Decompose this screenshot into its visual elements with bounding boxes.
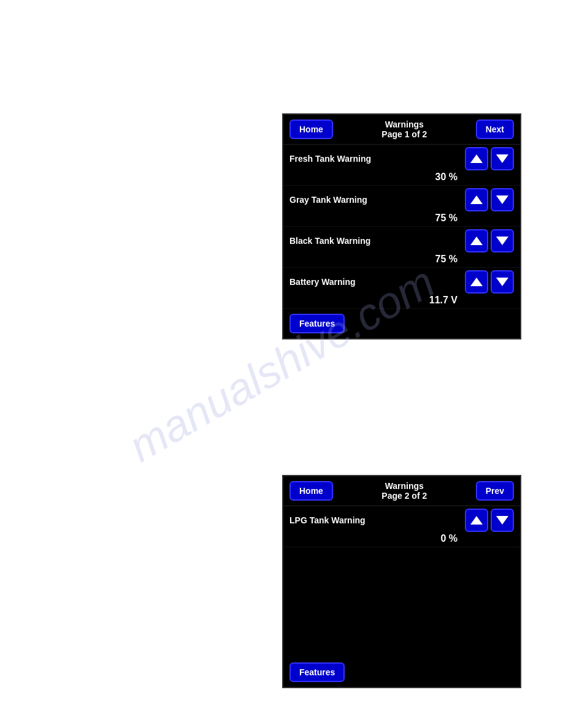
down-arrow-icon [496, 195, 508, 204]
panel1-title: Warnings Page 1 of 2 [333, 119, 476, 139]
up-arrow-icon [470, 154, 483, 163]
up-arrow-icon [470, 278, 483, 286]
panel1-home-button[interactable]: Home [289, 119, 333, 139]
panel1-features-button[interactable]: Features [289, 314, 345, 333]
battery-controls [465, 270, 514, 294]
fresh-tank-up-button[interactable] [465, 147, 488, 170]
panel2-footer: Features [283, 658, 520, 687]
black-tank-value: 75 % [415, 254, 458, 265]
gray-tank-up-button[interactable] [465, 188, 488, 211]
panel1-footer: Features [283, 309, 520, 338]
lpg-tank-value: 0 % [415, 533, 458, 544]
down-arrow-icon [496, 154, 508, 163]
fresh-tank-down-button[interactable] [491, 147, 514, 170]
up-arrow-icon [470, 195, 483, 204]
warning-row-gray: Gray Tank Warning 75 % [283, 186, 520, 227]
lpg-tank-label: LPG Tank Warning [289, 515, 465, 525]
lpg-tank-controls [465, 509, 514, 532]
warning-row-black: Black Tank Warning 75 % [283, 227, 520, 268]
black-tank-controls [465, 229, 514, 252]
gray-tank-controls [465, 188, 514, 211]
up-arrow-icon [470, 516, 483, 525]
fresh-tank-controls [465, 147, 514, 170]
warnings-panel-2: Home Warnings Page 2 of 2 Prev LPG Tank … [282, 475, 521, 688]
panel1-header: Home Warnings Page 1 of 2 Next [283, 115, 520, 145]
warning-row-battery: Battery Warning 11.7 V [283, 268, 520, 309]
gray-tank-down-button[interactable] [491, 188, 514, 211]
panel1-next-button[interactable]: Next [476, 119, 514, 139]
warnings-panel-1: Home Warnings Page 1 of 2 Next Fresh Tan… [282, 113, 521, 339]
empty-space [283, 547, 520, 658]
warning-row-fresh: Fresh Tank Warning 30 % [283, 145, 520, 186]
panel2-header: Home Warnings Page 2 of 2 Prev [283, 476, 520, 506]
fresh-tank-label: Fresh Tank Warning [289, 154, 465, 164]
gray-tank-label: Gray Tank Warning [289, 195, 465, 205]
black-tank-up-button[interactable] [465, 229, 488, 252]
battery-up-button[interactable] [465, 270, 488, 294]
lpg-tank-up-button[interactable] [465, 509, 488, 532]
up-arrow-icon [470, 237, 483, 245]
black-tank-label: Black Tank Warning [289, 236, 465, 246]
panel2-features-button[interactable]: Features [289, 662, 345, 682]
fresh-tank-value: 30 % [415, 172, 458, 183]
warning-row-lpg: LPG Tank Warning 0 % [283, 506, 520, 547]
down-arrow-icon [496, 516, 508, 525]
panel2-home-button[interactable]: Home [289, 481, 333, 501]
down-arrow-icon [496, 278, 508, 286]
battery-down-button[interactable] [491, 270, 514, 294]
panel2-title: Warnings Page 2 of 2 [333, 481, 476, 501]
lpg-tank-down-button[interactable] [491, 509, 514, 532]
black-tank-down-button[interactable] [491, 229, 514, 252]
panel2-prev-button[interactable]: Prev [476, 481, 514, 501]
gray-tank-value: 75 % [415, 213, 458, 224]
down-arrow-icon [496, 237, 508, 245]
battery-value: 11.7 V [415, 295, 458, 306]
battery-label: Battery Warning [289, 277, 465, 287]
